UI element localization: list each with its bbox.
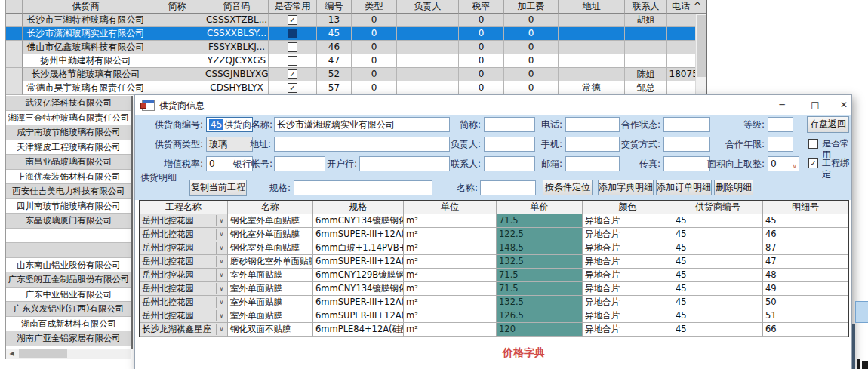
common-use-checkbox[interactable]: [808, 139, 818, 149]
detail-cell-unit[interactable]: m²: [404, 228, 497, 241]
detail-cell-color[interactable]: 异地合片: [583, 255, 673, 269]
chevron-down-icon[interactable]: ∨: [216, 242, 226, 254]
detail-cell-detail_no[interactable]: 87: [763, 241, 848, 255]
chevron-down-icon[interactable]: ∨: [216, 215, 226, 226]
copy-current-project-button[interactable]: 复制当前工程: [189, 180, 247, 196]
detail-cell-price[interactable]: 120: [497, 323, 583, 337]
coop-years-field[interactable]: [768, 137, 793, 152]
list-item[interactable]: 武汉亿泽科技有限公司: [6, 96, 131, 111]
list-item[interactable]: [6, 229, 131, 244]
checked-checkbox[interactable]: ✓: [288, 69, 297, 79]
detail-cell-price[interactable]: 132.5: [497, 296, 583, 309]
column-header-tax[interactable]: 税率: [459, 0, 504, 14]
list-item[interactable]: 广东坚朗五金制品股份有限公司: [6, 272, 131, 288]
scrollbar-thumb[interactable]: [19, 349, 67, 358]
list-item[interactable]: [6, 243, 131, 258]
detail-cell-price[interactable]: 71.5: [497, 269, 583, 282]
chevron-down-icon[interactable]: ∨: [216, 229, 226, 240]
detail-cell-supplier_no[interactable]: 45: [673, 255, 763, 269]
detail-cell-price[interactable]: 132.5: [497, 255, 583, 269]
detail-cell-detail_no[interactable]: 48: [763, 269, 848, 282]
column-header-code[interactable]: 简音码: [205, 0, 269, 14]
detail-cell-name[interactable]: 室外单面贴膜: [228, 296, 313, 309]
detail-cell-unit[interactable]: m²: [404, 241, 497, 255]
detail-column-header-spec[interactable]: 规格: [313, 201, 404, 214]
detail-cell-detail_no[interactable]: 46: [763, 228, 848, 241]
detail-cell-detail_no[interactable]: 47: [763, 255, 848, 269]
detail-cell-unit[interactable]: m²: [404, 282, 497, 296]
horizontal-scrollbar[interactable]: ◀: [5, 349, 131, 359]
detail-cell-color[interactable]: 异地合片: [583, 323, 673, 337]
detail-cell-spec[interactable]: 6mmCNY134镀膜钢化: [313, 282, 404, 296]
minimize-button[interactable]: ─: [769, 97, 795, 113]
detail-cell-detail_no[interactable]: 66: [763, 323, 848, 337]
detail-column-header-price[interactable]: 单价: [497, 201, 583, 214]
cell-common[interactable]: ✓: [269, 81, 317, 95]
detail-cell-name[interactable]: 磨砂钢化室外单面贴膜: [228, 255, 313, 269]
detail-cell-price[interactable]: 148.5: [497, 241, 583, 255]
list-item[interactable]: 广东兴发铝业(江西)有限公司: [6, 302, 131, 317]
detail-cell-detail_no[interactable]: 49: [763, 282, 848, 296]
vertical-scrollbar[interactable]: [695, 14, 706, 95]
table-row[interactable]: 长沙晟格节能玻璃有限公司CSSGJNBLYXGS✓52000陈姐180751: [6, 68, 706, 81]
close-button[interactable]: ✕: [831, 97, 857, 113]
detail-cell-supplier_no[interactable]: 45: [673, 323, 763, 337]
unchecked-checkbox[interactable]: [288, 29, 297, 38]
column-header-address[interactable]: 地址: [559, 0, 625, 14]
list-item[interactable]: 湖南百成新材料有限公司: [6, 317, 131, 332]
detail-cell-unit[interactable]: m²: [404, 269, 497, 282]
maximize-button[interactable]: □: [802, 97, 828, 113]
detail-column-header-supplier_no[interactable]: 供货商编号: [673, 201, 763, 214]
cell-common[interactable]: ✓: [269, 68, 317, 81]
area-round-up-combobox[interactable]: 0 ∨: [768, 156, 799, 171]
detail-cell-spec[interactable]: 6mmSUPER-III+12A(硅...: [313, 228, 404, 241]
detail-cell-unit[interactable]: m²: [404, 296, 497, 309]
detail-cell-name[interactable]: 钢化双面不贴膜: [228, 323, 313, 337]
project-binding-checkbox[interactable]: ✓: [808, 158, 818, 168]
detail-cell-supplier_no[interactable]: 45: [673, 296, 763, 309]
list-item[interactable]: 咸宁南玻节能玻璃有限公司: [6, 125, 131, 140]
scroll-left-button[interactable]: ◀: [6, 349, 17, 359]
scrollbar-thumb[interactable]: [697, 15, 706, 77]
table-row[interactable]: 长沙市三湘特种玻璃有限公司CSSSXTZBL...✓13000胡姐: [6, 14, 706, 27]
supplier-name-field[interactable]: 长沙市潇湘玻璃实业有限公司: [274, 117, 450, 132]
detail-cell-price[interactable]: 71.5: [497, 282, 583, 296]
detail-cell-name[interactable]: 室外单面贴膜: [228, 269, 313, 282]
address-field[interactable]: [274, 137, 450, 152]
grade-field[interactable]: [768, 117, 793, 132]
column-header-type[interactable]: 类型: [352, 0, 397, 14]
detail-column-header-project[interactable]: 工程名称: [140, 201, 228, 214]
detail-cell-spec[interactable]: 6mmSUPER-III+12A(硅...: [313, 309, 404, 323]
detail-cell-color[interactable]: 异地合片: [583, 282, 673, 296]
checked-checkbox[interactable]: ✓: [288, 83, 297, 93]
detail-cell-spec[interactable]: 6mmCNY134镀膜钢化: [313, 214, 404, 228]
detail-cell-unit[interactable]: m²: [404, 323, 497, 337]
detail-cell-color[interactable]: 异地合片: [583, 269, 673, 282]
detail-cell-project[interactable]: 岳州北控花园∨: [140, 255, 228, 269]
column-header-fee[interactable]: 加工费: [504, 0, 559, 14]
detail-cell-name[interactable]: 钢化室外单面贴膜: [228, 228, 313, 241]
detail-column-header-unit[interactable]: 单位: [404, 201, 497, 214]
table-row[interactable]: 长沙市潇湘玻璃实业有限公司CSSXXBLSY...45000: [6, 27, 706, 41]
cell-common[interactable]: ✓: [269, 14, 317, 27]
name-filter-input[interactable]: [480, 180, 536, 195]
chevron-down-icon[interactable]: ∨: [216, 310, 226, 321]
detail-cell-spec[interactable]: 6mmSUPER-III+12A(硅...: [313, 296, 404, 309]
detail-cell-spec[interactable]: 6mm白玻+1.14PVB+6mm...: [313, 241, 404, 255]
detail-cell-supplier_no[interactable]: 45: [673, 282, 763, 296]
detail-cell-color[interactable]: 异地合片: [583, 214, 673, 228]
locate-by-condition-button[interactable]: 按条件定位: [543, 180, 593, 195]
detail-cell-project[interactable]: 岳州北控花园∨: [140, 269, 228, 282]
add-order-detail-button[interactable]: 添加订单明细: [656, 180, 712, 195]
detail-cell-price[interactable]: 126.5: [497, 309, 583, 323]
list-item[interactable]: 四川南玻节能玻璃有限公司: [6, 199, 131, 214]
unchecked-checkbox[interactable]: [288, 42, 297, 52]
chevron-down-icon[interactable]: ∨: [216, 324, 226, 335]
checked-checkbox[interactable]: ✓: [288, 15, 297, 25]
detail-cell-color[interactable]: 异地合片: [583, 296, 673, 309]
column-header-common[interactable]: 是否常用: [269, 0, 317, 14]
detail-cell-unit[interactable]: m²: [404, 309, 497, 323]
detail-cell-project[interactable]: 岳州北控花园∨: [140, 241, 228, 255]
table-row[interactable]: 常德市昊宇玻璃有限责任公司CDSHYBLYX✓57000常德邹总: [6, 81, 706, 95]
table-row[interactable]: 扬州中勤建材有限公司YZZQJCYXGS47000: [6, 54, 706, 68]
